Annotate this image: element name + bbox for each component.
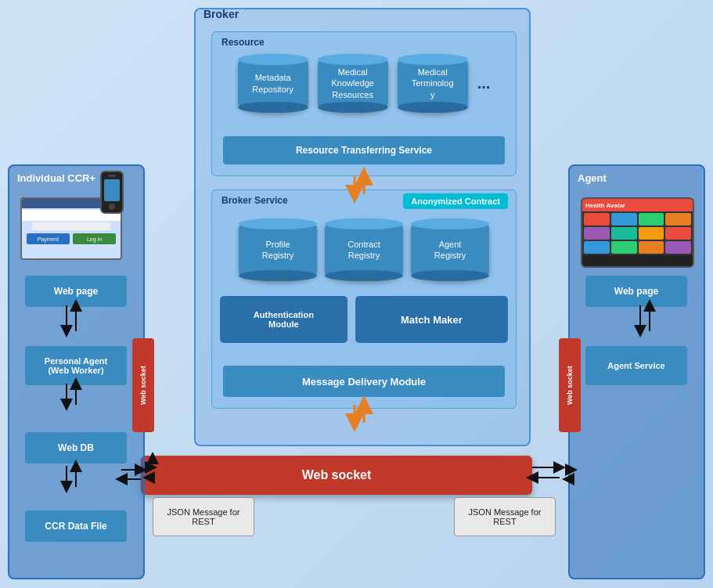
more-cylinders-indicator: ... [477, 54, 491, 113]
agent-label: Agent [578, 172, 607, 184]
individual-web-page: Web page [25, 276, 127, 307]
agent-screen-mock: Health Avatar [581, 197, 694, 268]
individual-websocket-side: Web socket [132, 338, 154, 432]
contract-registry-cylinder: Contract Registry [325, 218, 403, 281]
resource-label: Resource [221, 37, 265, 48]
broker-cylinders-row: Profile Registry Contract Registry Agent… [220, 218, 508, 281]
metadata-repository-cylinder: Metadata Repository [238, 54, 308, 113]
individual-ccr-box: Individual CCR+ Payment Log in Web page … [8, 164, 145, 579]
medical-terminology-cylinder: Medical Terminolog y [398, 54, 468, 113]
agent-service: Agent Service [585, 346, 687, 385]
resource-cylinders-row: Metadata Repository Medical Knowledge Re… [220, 54, 508, 113]
broker-service-label: Broker Service [221, 195, 288, 206]
json-message-left: JSON Message for REST [153, 497, 254, 536]
match-maker: Match Maker [355, 296, 508, 343]
individual-web-db: Web DB [25, 432, 127, 464]
personal-agent: Personal Agent (Web Worker) [25, 346, 127, 385]
broker-label: Broker [203, 8, 239, 20]
agent-box: Agent Health Avatar Web [568, 164, 705, 579]
broker-outer-box: Broker Resource Metadata Repository Medi… [194, 8, 531, 446]
resource-box: Resource Metadata Repository Medical Kno… [211, 31, 517, 176]
auth-match-row: Authentication Module Match Maker [220, 296, 508, 343]
profile-registry-cylinder: Profile Registry [239, 218, 317, 281]
agent-websocket-side: Web socket [559, 338, 581, 432]
websocket-bar: Web socket [141, 456, 532, 495]
agent-web-page: Web page [585, 276, 687, 307]
diagram-container: Broker Resource Metadata Repository Medi… [0, 0, 713, 588]
medical-knowledge-cylinder: Medical Knowledge Resources [318, 54, 388, 113]
agent-registry-cylinder: Agent Registry [411, 218, 489, 281]
message-delivery-module: Message Delivery Module [223, 366, 505, 397]
resource-transferring-service: Resource Transferring Service [223, 136, 505, 164]
anonymized-contract-badge: Anonymized Contract [403, 193, 508, 209]
authentication-module: Authentication Module [220, 296, 347, 343]
ccr-data-file: CCR Data File [25, 510, 127, 542]
individual-label: Individual CCR+ [17, 172, 95, 184]
broker-service-box: Broker Service Anonymized Contract Profi… [211, 189, 517, 409]
json-message-right: JSON Message for REST [454, 497, 556, 536]
phone-icon [94, 171, 129, 222]
